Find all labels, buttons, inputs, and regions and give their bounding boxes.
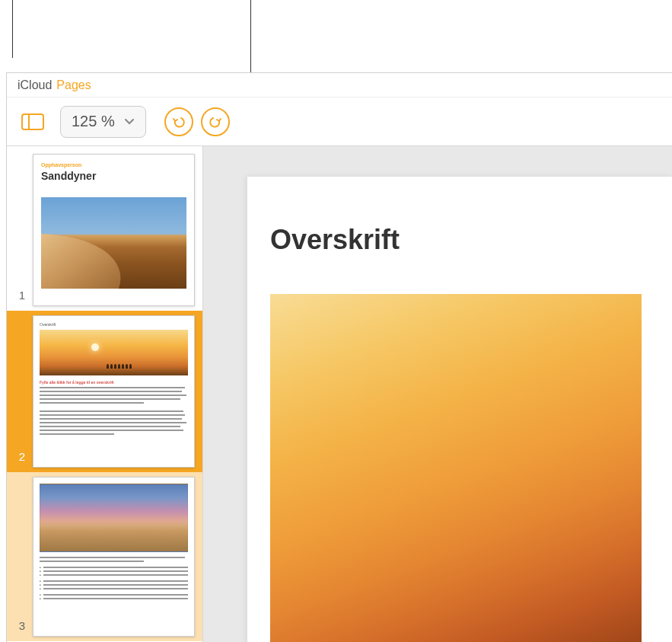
zoom-select[interactable]: 125 % xyxy=(60,106,146,138)
thumb3-body xyxy=(40,557,188,562)
undo-redo-group xyxy=(164,107,230,136)
thumb2-subhead: Fylle alle klikk for å legge til en over… xyxy=(40,380,188,385)
page-thumbnail-3[interactable] xyxy=(33,477,195,637)
document-page[interactable]: Overskrift xyxy=(247,177,672,642)
page-thumbnail-1[interactable]: Opphavsperson Sanddyner xyxy=(33,154,195,306)
document-canvas[interactable]: Overskrift xyxy=(203,146,672,642)
redo-icon xyxy=(208,114,223,129)
thumbnail-sidebar: 1 Opphavsperson Sanddyner 2 Overskrift xyxy=(7,146,203,642)
content-area: 1 Opphavsperson Sanddyner 2 Overskrift xyxy=(7,146,672,642)
thumbnail-row-3[interactable]: 3 xyxy=(7,472,202,641)
titlebar: iCloud Pages xyxy=(7,73,672,97)
page-heading[interactable]: Overskrift xyxy=(270,224,642,256)
toolbar: 125 % xyxy=(7,97,672,146)
thumbnail-row-1[interactable]: 1 Opphavsperson Sanddyner xyxy=(7,149,202,311)
thumbnail-row-2[interactable]: 2 Overskrift Fylle alle klikk for å legg… xyxy=(7,311,202,472)
page-hero-image[interactable] xyxy=(270,294,642,642)
page-number: 2 xyxy=(11,450,25,468)
undo-button[interactable] xyxy=(164,107,193,136)
thumb1-title: Sanddyner xyxy=(41,170,186,182)
svg-rect-0 xyxy=(22,114,43,129)
sidebar-icon xyxy=(21,113,44,131)
chevron-down-icon xyxy=(124,118,135,126)
redo-button[interactable] xyxy=(201,107,230,136)
zoom-value: 125 % xyxy=(72,113,115,130)
thumb1-image xyxy=(41,197,186,289)
thumb2-image xyxy=(40,330,188,375)
page-thumbnail-2[interactable]: Overskrift Fylle alle klikk for å legge … xyxy=(33,315,195,468)
callout-line-1 xyxy=(12,0,13,58)
app-name: Pages xyxy=(56,78,91,92)
app-window: iCloud Pages 125 % xyxy=(6,72,672,642)
page-number: 3 xyxy=(11,619,25,637)
thumb3-image xyxy=(40,484,188,552)
icloud-label: iCloud xyxy=(18,78,52,92)
silhouette xyxy=(107,364,166,370)
thumb2-heading: Overskrift xyxy=(40,322,188,327)
undo-icon xyxy=(171,114,186,129)
thumb1-tag: Opphavsperson xyxy=(41,162,186,168)
page-number: 1 xyxy=(11,289,25,306)
thumb2-body xyxy=(40,387,188,463)
thumb3-bullets xyxy=(40,567,188,599)
view-sidebar-button[interactable] xyxy=(18,108,48,136)
